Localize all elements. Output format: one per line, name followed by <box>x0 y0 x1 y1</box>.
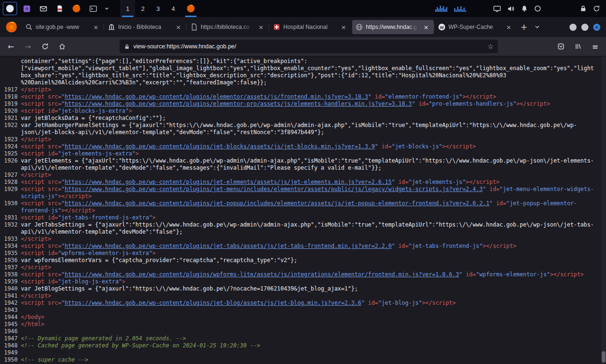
line-number: 1946 <box>3 328 18 335</box>
wordpress-favicon-icon: W <box>438 23 446 31</box>
taskbar-app-terminal[interactable] <box>86 2 100 15</box>
workspace-3[interactable]: 3 <box>150 0 166 17</box>
tab-close-icon[interactable]: × <box>174 23 183 31</box>
taskbar-firefox-active-indicator[interactable] <box>183 0 198 17</box>
source-token <box>45 250 48 256</box>
network-graph-icon[interactable] <box>454 5 467 12</box>
new-tab-button[interactable]: + <box>517 20 531 34</box>
tab-hndac-view-source-active[interactable]: https://www.hndac.g × <box>352 20 434 34</box>
source-line: 1930<script src="https://www.hndac.gob.p… <box>0 200 606 214</box>
source-link[interactable]: https://www.hndac.gob.pe/wp-content/plug… <box>65 271 459 278</box>
source-link[interactable]: https://www.hndac.gob.pe/wp-content/plug… <box>65 243 392 249</box>
source-token: "jet-elements-js" <box>409 179 466 185</box>
source-line: 1945</html> <box>0 321 606 328</box>
line-number: 1932 <box>3 221 18 236</box>
source-line: 1950<!-- super cache --> <box>0 356 606 364</box>
reload-icon <box>41 43 49 50</box>
refresh-icon[interactable] <box>593 5 600 12</box>
taskbar-app-firefox[interactable] <box>69 2 84 15</box>
line-number: 1918 <box>3 93 18 100</box>
tab-close-icon[interactable]: × <box>504 23 513 31</box>
bookmark-star-icon[interactable]: ☆ <box>487 43 494 50</box>
source-token: <!-- Dynamic page generated in 2.054 sec… <box>21 335 186 342</box>
window-controls: × <box>569 24 600 31</box>
status-circle-icon[interactable] <box>534 5 541 12</box>
pocket-button[interactable] <box>554 39 568 54</box>
workspace-2[interactable]: 2 <box>135 0 150 17</box>
taskbar-active-window-button[interactable] <box>3 2 17 15</box>
list-tabs-button[interactable] <box>531 20 544 34</box>
back-button[interactable]: ← <box>4 39 18 54</box>
close-window-button[interactable]: × <box>593 24 600 31</box>
source-token: > <box>122 278 125 285</box>
source-link[interactable]: https://www.hndac.gob.pe/wp-content/plug… <box>65 100 412 107</box>
library-button[interactable] <box>571 39 585 54</box>
tab-close-icon[interactable]: × <box>422 23 430 31</box>
tab-hospital-nacional[interactable]: Hospital Nacional × <box>270 20 351 34</box>
source-token: id= <box>48 278 58 285</box>
source-token: <script <box>21 243 45 249</box>
bell-icon[interactable] <box>521 5 528 12</box>
source-line: 1928<script src="https://www.hndac.gob.p… <box>0 179 606 186</box>
source-token: id= <box>399 243 409 249</box>
taskbar-app-mail[interactable] <box>36 2 50 15</box>
source-token: ></script> <box>550 271 584 278</box>
maximize-button[interactable] <box>581 24 588 31</box>
line-number: 1919 <box>3 100 18 108</box>
forward-button[interactable]: → <box>21 39 35 54</box>
source-token: <script <box>21 179 45 185</box>
source-token <box>45 108 48 114</box>
source-link[interactable]: https://www.hndac.gob.pe/wp-content/plug… <box>65 179 392 185</box>
reload-button[interactable] <box>38 39 52 54</box>
minimize-button[interactable] <box>569 24 577 31</box>
source-line: 1948<!-- Cached page generated by WP-Sup… <box>0 342 606 349</box>
taskbar-dropdown[interactable] <box>103 2 111 15</box>
source-link[interactable]: https://www.hndac.gob.pe/wp-content/plug… <box>65 143 374 150</box>
source-link[interactable]: https://www.hndac.gob.pe/wp-content/plug… <box>65 200 489 207</box>
display-icon[interactable] <box>493 5 501 13</box>
menu-button[interactable]: ≡ <box>588 39 602 54</box>
url-bar[interactable]: view-source:https://www.hndac.gob.pe/ ☆ <box>120 40 498 53</box>
pocket-icon <box>557 43 565 50</box>
source-token: src= <box>48 300 61 306</box>
home-button[interactable] <box>55 39 69 54</box>
source-line: 1949 <box>0 349 606 356</box>
tab-close-icon[interactable]: × <box>92 23 100 31</box>
line-number: 1942 <box>3 300 18 307</box>
cpu-graph-icon[interactable] <box>435 5 448 12</box>
taskbar-app-pdf[interactable] <box>53 2 67 15</box>
taskbar-app-purple[interactable] <box>19 2 34 15</box>
source-token <box>45 278 48 285</box>
tab-biblioteca-url[interactable]: https://biblioteca.co × <box>187 20 269 34</box>
source-token: var wpformsElementorVars = {"captcha_pro… <box>21 257 297 264</box>
source-token: <script <box>21 250 45 256</box>
workspace-4[interactable]: 4 <box>166 0 181 17</box>
source-link[interactable]: https://www.hndac.gob.pe/wp-content/plug… <box>65 186 483 192</box>
scrollbar-thumb[interactable] <box>602 351 606 363</box>
tab-biblioteca-inicio[interactable]: Inicio - Biblioteca × <box>104 20 186 34</box>
source-line: 1947<!-- Dynamic page generated in 2.054… <box>0 335 606 342</box>
source-line: %20Daniel%20Alcides%20Carri%C3%B3n","exc… <box>0 79 606 86</box>
source-line: box_share":"yes","lightbox_title_src":"t… <box>0 72 606 79</box>
line-number: 1922 <box>3 122 18 136</box>
source-token: " <box>368 93 372 100</box>
source-token: id= <box>496 200 506 207</box>
workspace-1[interactable]: 1 <box>120 0 135 17</box>
source-link[interactable]: https://www.hndac.gob.pe/wp-content/plug… <box>65 93 368 100</box>
tab-close-icon[interactable]: × <box>339 23 348 31</box>
tab-search-results[interactable]: site:gob.pe -www × <box>22 20 103 34</box>
tab-wp-super-cache[interactable]: W WP-Super-Cache × <box>435 20 516 34</box>
volume-icon[interactable] <box>507 5 515 13</box>
source-token: id= <box>48 108 58 114</box>
source-token: "jet-elements-js-extra" <box>58 150 135 157</box>
scrollbar[interactable] <box>601 56 606 364</box>
tab-close-icon[interactable]: × <box>257 23 265 31</box>
source-token: id= <box>419 100 429 107</box>
lock-icon[interactable] <box>579 5 587 12</box>
source-link[interactable]: https://www.hndac.gob.pe/wp-content/plug… <box>65 300 361 306</box>
source-token: ></script> <box>422 300 456 306</box>
firefox-icon <box>72 4 81 13</box>
line-number: 1920 <box>3 108 18 115</box>
url-text[interactable]: view-source:https://www.hndac.gob.pe/ <box>133 43 484 50</box>
source-token: src= <box>48 186 61 192</box>
